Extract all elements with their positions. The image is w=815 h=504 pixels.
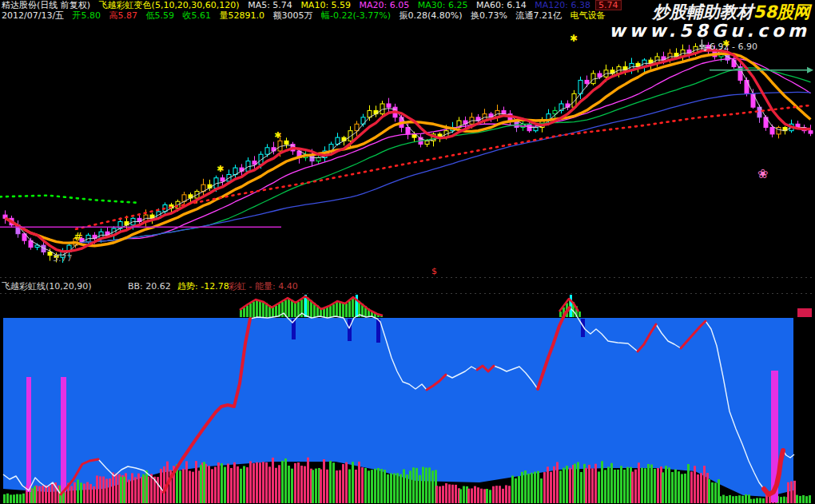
energy-bar: [756, 498, 758, 503]
quote-volume: 量52891.0: [220, 10, 265, 21]
energy-bar: [451, 485, 454, 503]
energy-bar: [591, 468, 594, 503]
energy-bar: [684, 474, 686, 503]
chart-annotation: ↓: [702, 43, 709, 54]
energy-bar: [80, 482, 82, 503]
ma30-value: MA30: 6.25: [418, 0, 468, 10]
energy-bar: [566, 466, 568, 503]
energy-bar: [272, 458, 274, 503]
candle-body: [585, 80, 589, 83]
energy-bar: [486, 489, 488, 503]
momentum-bar: [259, 300, 261, 317]
energy-bar: [585, 468, 587, 503]
quote-amount: 额3005万: [273, 10, 313, 21]
energy-bar: [142, 474, 145, 503]
momentum-bar: [352, 299, 354, 317]
energy-bar: [240, 469, 242, 503]
chart-canvas[interactable]: ↓6.92 - 6.903.77#$❀✱✱✱✱: [0, 0, 815, 504]
energy-bar: [502, 489, 504, 503]
energy-bar: [657, 468, 659, 503]
momentum-bar: [240, 310, 242, 317]
energy-bar: [380, 469, 383, 503]
energy-bar: [252, 463, 255, 503]
energy-bar: [352, 462, 354, 503]
energy-bar: [224, 467, 226, 503]
energy-bar: [22, 494, 25, 503]
energy-bar: [495, 486, 498, 503]
candle-body: [48, 252, 52, 255]
energy-bar: [442, 486, 444, 503]
energy-bar: [243, 466, 245, 503]
candle-body: [265, 148, 269, 154]
energy-bar: [598, 471, 600, 503]
sub-indicator-title: 飞越彩虹线(10,20,90): [2, 280, 92, 292]
momentum-bar: [288, 298, 290, 317]
energy-bar: [179, 470, 181, 503]
trading-app-window: ↓6.92 - 6.903.77#$❀✱✱✱✱ 精达股份(日线 前复权) 飞越彩…: [0, 0, 815, 504]
energy-bar: [708, 479, 710, 503]
sub-indicator-header: 飞越彩虹线(10,20,90) BB: 20.62 趋势: -12.78 彩虹 …: [0, 280, 815, 292]
energy-bar: [588, 465, 590, 503]
momentum-bar: [578, 312, 581, 317]
energy-bar: [729, 495, 731, 503]
candle-body: [598, 73, 602, 77]
energy-bar: [185, 461, 188, 503]
energy-bar: [594, 464, 597, 503]
momentum-bar: [332, 304, 335, 317]
energy-bar: [617, 470, 619, 503]
energy-bar: [553, 466, 555, 503]
energy-bar: [294, 463, 296, 503]
momentum-bar: [326, 308, 328, 317]
energy-bar: [732, 496, 734, 503]
energy-bar: [128, 480, 130, 503]
chart-annotation: 6.92 - 6.90: [710, 42, 757, 52]
energy-bar: [697, 474, 699, 503]
energy-bar: [160, 469, 162, 503]
energy-bar: [134, 477, 137, 503]
energy-bar: [99, 476, 101, 503]
chart-annotation: ✱: [217, 164, 224, 174]
energy-bar: [805, 496, 808, 503]
energy-bar: [48, 486, 50, 503]
energy-bar: [477, 487, 479, 503]
energy-bar: [115, 474, 117, 503]
energy-bar: [802, 495, 805, 503]
energy-bar: [109, 478, 111, 503]
energy-bar: [665, 466, 667, 503]
quote-info-bar: 2012/07/13/五 开5.80 高5.87 低5.59 收5.61 量52…: [2, 10, 611, 22]
ma60-value: MA60: 6.14: [476, 0, 527, 10]
energy-bar: [123, 477, 125, 503]
energy-bar: [377, 468, 380, 503]
main-chart-header: 精达股份(日线 前复权) 飞越彩虹变色(5,10,20,30,60,120) M…: [2, 0, 596, 10]
energy-bar: [448, 484, 451, 503]
chart-annotation: #: [74, 230, 83, 243]
quote-turnover: 换0.73%: [471, 10, 507, 21]
energy-bar: [102, 477, 105, 503]
energy-bar: [396, 473, 399, 503]
energy-bar: [793, 481, 796, 503]
energy-bar: [371, 470, 373, 503]
energy-bar: [13, 494, 15, 503]
energy-bar: [492, 486, 495, 503]
momentum-bar: [336, 302, 338, 317]
energy-bar: [249, 461, 252, 503]
energy-bar: [312, 470, 314, 503]
energy-bar: [265, 462, 268, 503]
corner-marker: [797, 308, 812, 317]
energy-bar: [641, 468, 643, 503]
energy-bar: [563, 468, 565, 503]
energy-bar: [607, 466, 610, 503]
energy-bar: [86, 482, 89, 503]
energy-bar: [508, 486, 511, 503]
sub-indicator-energy-value: 彩虹 - 能量: 4.40: [229, 280, 298, 292]
candle-body: [284, 141, 288, 144]
momentum-bar: [329, 306, 332, 317]
energy-bar: [741, 496, 744, 503]
energy-bar: [374, 469, 376, 503]
chart-annotation: $: [431, 266, 437, 276]
energy-bar: [89, 484, 92, 503]
energy-bar: [93, 486, 95, 503]
energy-bar: [431, 470, 434, 503]
energy-bar: [614, 470, 616, 503]
energy-bar: [189, 470, 191, 503]
